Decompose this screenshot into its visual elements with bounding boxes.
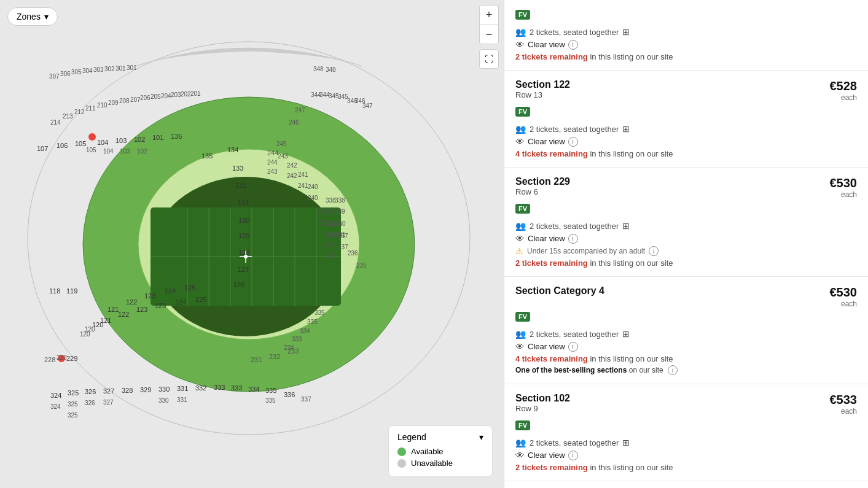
- svg-text:103: 103: [115, 137, 127, 144]
- legend-available-item: Available: [397, 447, 483, 456]
- svg-text:241: 241: [298, 171, 308, 178]
- svg-text:301: 301: [115, 65, 126, 72]
- svg-text:122: 122: [118, 311, 129, 318]
- svg-text:240: 240: [308, 184, 318, 190]
- svg-text:334: 334: [248, 385, 259, 393]
- warning-text-1: Under 15s accompanied by an adult: [527, 247, 645, 255]
- svg-text:243: 243: [267, 168, 278, 175]
- svg-text:136: 136: [171, 133, 182, 140]
- seats-icon-2: 👥: [515, 329, 526, 339]
- legend-title: Legend: [397, 432, 426, 442]
- chevron-down-icon: ▾: [44, 12, 49, 21]
- tickets-info-text-1: 2 tickets, seated together: [530, 222, 619, 231]
- svg-text:241: 241: [298, 182, 308, 189]
- info-icon-3[interactable]: i: [568, 451, 578, 460]
- info-icon-0[interactable]: i: [568, 137, 578, 147]
- listing-top-0: Section 122 Row 13 €528 each: [515, 79, 857, 103]
- svg-text:302: 302: [104, 66, 115, 72]
- svg-text:333: 333: [292, 336, 302, 343]
- warning-info-icon-1[interactable]: i: [649, 246, 659, 256]
- svg-text:245: 245: [276, 141, 287, 147]
- price-each-3: each: [830, 407, 858, 416]
- svg-text:135: 135: [201, 152, 213, 160]
- fv-badge-3: FV: [515, 420, 530, 430]
- listing-card-1[interactable]: Section 229 Row 6 €530 each FV 👥 2 ticke…: [504, 168, 868, 277]
- legend-unavailable-item: Unavailable: [397, 459, 483, 468]
- listing-top-3: Section 102 Row 9 €533 each: [515, 393, 857, 417]
- svg-text:125: 125: [184, 284, 195, 292]
- tickets-remaining: 2 tickets remaining in this listing on o…: [515, 52, 857, 61]
- zoom-out-button[interactable]: −: [479, 25, 499, 44]
- svg-text:209: 209: [108, 99, 119, 106]
- available-dot: [397, 447, 406, 456]
- info-icon-2[interactable]: i: [568, 342, 578, 352]
- svg-text:342: 342: [326, 242, 336, 249]
- svg-text:204: 204: [161, 93, 171, 99]
- tickets-info-row-0: 👥 2 tickets, seated together ⊞: [515, 124, 857, 134]
- svg-text:236: 236: [348, 250, 358, 257]
- unavailable-dot: [397, 459, 406, 468]
- svg-text:127: 127: [238, 266, 249, 273]
- clear-view-0: Clear view: [528, 137, 565, 146]
- eye-icon-0: 👁: [515, 136, 525, 147]
- seats-icon-3: 👥: [515, 438, 526, 447]
- svg-text:340: 340: [335, 220, 346, 227]
- svg-text:325: 325: [68, 401, 78, 408]
- tickets-info: 2 tickets, seated together: [530, 28, 619, 37]
- listing-top-1: Section 229 Row 6 €530 each: [515, 176, 857, 200]
- tickets-remaining-2: 4 tickets remaining in this listing on o…: [515, 354, 857, 363]
- clear-view-row: 👁 Clear view i: [515, 39, 857, 50]
- best-selling-2: One of the best-selling sections on our …: [515, 365, 857, 375]
- svg-text:335: 335: [315, 309, 325, 316]
- svg-text:122: 122: [126, 298, 137, 306]
- listing-price-2: €530 each: [830, 285, 858, 308]
- clear-view-row-3: 👁 Clear view i: [515, 450, 857, 460]
- stadium-map[interactable]: 118 119 120 121 122 123 124 125 229 214 …: [0, 0, 504, 488]
- svg-text:123: 123: [136, 306, 147, 313]
- listing-top-2: Section Category 4 €530 each: [515, 285, 857, 308]
- svg-text:121: 121: [108, 306, 119, 313]
- svg-text:305: 305: [71, 69, 82, 76]
- remaining-count-1: 2 tickets remaining: [515, 258, 588, 268]
- svg-text:128: 128: [238, 249, 249, 256]
- tickets-remaining-3: 2 tickets remaining in this listing on o…: [515, 463, 857, 472]
- fullscreen-button[interactable]: ⛶: [479, 49, 499, 69]
- svg-text:119: 119: [66, 287, 77, 295]
- svg-text:233: 233: [287, 347, 299, 355]
- info-icon[interactable]: i: [568, 40, 578, 50]
- svg-text:324: 324: [50, 403, 61, 410]
- svg-text:237: 237: [338, 244, 348, 250]
- listing-card-top-partial[interactable]: FV 👥 2 tickets, seated together ⊞ 👁 Clea…: [504, 0, 868, 71]
- svg-text:243: 243: [278, 153, 288, 160]
- svg-text:232: 232: [269, 353, 280, 360]
- svg-text:106: 106: [57, 142, 68, 149]
- svg-text:207: 207: [130, 96, 141, 103]
- svg-text:242: 242: [287, 172, 297, 179]
- best-selling-info-icon-2[interactable]: i: [668, 365, 678, 375]
- svg-text:330: 330: [158, 397, 169, 404]
- svg-text:333: 333: [214, 384, 225, 391]
- svg-text:240: 240: [308, 195, 318, 201]
- listing-card-0[interactable]: Section 122 Row 13 €528 each FV 👥 2 tick…: [504, 71, 868, 168]
- svg-text:104: 104: [97, 139, 108, 146]
- listing-card-2[interactable]: Section Category 4 €530 each FV 👥 2 tick…: [504, 277, 868, 384]
- svg-text:348: 348: [326, 66, 336, 73]
- listing-card-3[interactable]: Section 102 Row 9 €533 each FV 👥 2 ticke…: [504, 384, 868, 481]
- zoom-in-button[interactable]: +: [479, 5, 499, 25]
- svg-text:334: 334: [300, 328, 310, 335]
- zones-button[interactable]: Zones ▾: [7, 7, 58, 26]
- seats-icon-0: 👥: [515, 124, 526, 134]
- best-selling-suffix-2: on our site: [629, 366, 663, 374]
- eye-icon-3: 👁: [515, 450, 525, 460]
- legend-header[interactable]: Legend ▾: [397, 432, 483, 442]
- tickets-info-row-3: 👥 2 tickets, seated together ⊞: [515, 438, 857, 447]
- listing-price-3: €533 each: [830, 393, 858, 416]
- unavailable-label: Unavailable: [411, 459, 453, 468]
- eye-icon-2: 👁: [515, 341, 525, 352]
- tickets-info-text-0: 2 tickets, seated together: [530, 125, 619, 134]
- remaining-count-0: 4 tickets remaining: [515, 149, 588, 158]
- svg-text:326: 326: [85, 400, 95, 406]
- svg-text:327: 327: [103, 399, 114, 406]
- fv-badge-0: FV: [515, 107, 530, 117]
- info-icon-1[interactable]: i: [568, 234, 578, 244]
